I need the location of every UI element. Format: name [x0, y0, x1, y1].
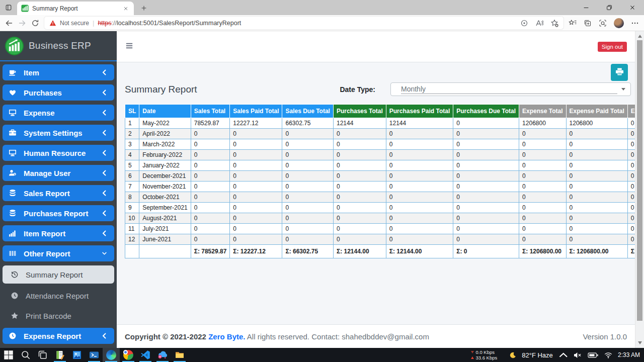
favorites-bar-icon[interactable]: [569, 19, 577, 27]
url-separator: |: [93, 19, 94, 27]
cell: 0: [230, 150, 282, 160]
refresh-button[interactable]: [31, 19, 39, 27]
window-restore-button[interactable]: [598, 0, 621, 15]
wifi-icon[interactable]: [604, 352, 612, 358]
tray-chevron-up-icon[interactable]: [558, 352, 569, 358]
cell: 0: [282, 171, 333, 182]
collections-icon[interactable]: [584, 19, 592, 27]
back-button[interactable]: [5, 19, 13, 27]
total-cell: Σ: 1206800.00: [566, 245, 627, 258]
file-explorer-icon[interactable]: [171, 348, 188, 362]
sidebar-item-other-report[interactable]: Other Report: [3, 245, 114, 261]
cell: 0: [519, 129, 566, 139]
cell: 0: [519, 192, 566, 203]
browser-menu-ellipsis-icon[interactable]: [631, 19, 639, 27]
browser-scrollbar[interactable]: [635, 31, 644, 348]
cell: March-2022: [139, 139, 191, 150]
total-cell: [125, 245, 139, 258]
sidebar-item-expense[interactable]: Expense: [3, 105, 114, 121]
sidebar-item-system-settings[interactable]: System Settings: [3, 125, 114, 141]
window-close-button[interactable]: [621, 0, 644, 15]
web-capture-icon[interactable]: [599, 19, 607, 27]
chrome-app-icon[interactable]: [120, 348, 137, 362]
database-icon: [9, 209, 20, 217]
cell: 0: [519, 234, 566, 245]
date-type-select[interactable]: Monthly: [390, 82, 631, 96]
url-scheme-separator: ://: [112, 20, 117, 27]
sidebar-item-item-report[interactable]: Item Report: [3, 225, 114, 241]
sidebar-item-manage-user[interactable]: Manage User: [3, 165, 114, 181]
sidebar-item-sales-report[interactable]: Sales Report: [3, 185, 114, 201]
mug-icon: [9, 68, 20, 76]
sidebar-item-summary-report[interactable]: Summary Report: [3, 265, 114, 284]
sidebar-item-item[interactable]: Item: [3, 64, 114, 80]
cell: 0: [566, 203, 627, 213]
scrollbar-down-arrow[interactable]: [635, 339, 644, 347]
total-cell: Σ: 0: [453, 245, 519, 258]
windows-taskbar: 0.0 Kbps 33.6 Kbps 82°F Haze 2:33 AM: [0, 348, 644, 362]
browser-tab[interactable]: Summary Report: [17, 2, 134, 15]
column-header-sales-total: Sales Total: [191, 105, 230, 118]
share-app-icon[interactable]: [154, 348, 171, 362]
photos-app-icon[interactable]: [68, 348, 86, 362]
sidebar-item-human-resource[interactable]: Human Resource: [3, 145, 114, 161]
cell: 0: [230, 192, 282, 203]
notepad-app-icon[interactable]: [51, 348, 68, 362]
edge-app-icon[interactable]: [103, 348, 120, 362]
cell: 0: [566, 139, 627, 150]
new-tab-button[interactable]: [137, 1, 151, 15]
search-button[interactable]: [17, 348, 34, 362]
scrollbar-up-arrow[interactable]: [635, 32, 644, 40]
window-minimize-button[interactable]: [575, 0, 598, 15]
read-aloud-icon[interactable]: [535, 19, 543, 27]
cell: 0: [453, 139, 519, 150]
network-speed-widget[interactable]: 0.0 Kbps 33.6 Kbps: [471, 349, 497, 360]
total-cell: Σ: 12227.12: [230, 245, 282, 258]
cell: 0: [333, 224, 386, 234]
table-row: 3March-2022000000000: [125, 139, 644, 150]
desktop-icon: [9, 149, 20, 157]
print-button[interactable]: [611, 64, 628, 81]
sidebar-item-purchases[interactable]: Purchases: [3, 84, 114, 101]
tab-close-icon[interactable]: [122, 5, 130, 13]
profile-avatar[interactable]: [614, 18, 624, 28]
page-title: Summary Report: [125, 84, 197, 95]
cell: 0: [282, 224, 333, 234]
weather-label[interactable]: 82°F Haze: [522, 351, 553, 359]
vscode-app-icon[interactable]: [137, 348, 154, 362]
address-bar[interactable]: Not secure | https://localhost:5001/Sale…: [44, 17, 564, 29]
cell: 0: [453, 213, 519, 224]
battery-icon[interactable]: [588, 352, 599, 358]
task-view-button[interactable]: [34, 348, 51, 362]
clock-label[interactable]: 2:33 AM: [618, 351, 640, 358]
sidebar-item-attendance-report[interactable]: Attendance Report: [3, 288, 114, 304]
cell: 0: [566, 171, 627, 182]
copyright-brand-link[interactable]: Zero Byte.: [208, 332, 245, 341]
add-favorite-star-icon[interactable]: [550, 19, 558, 27]
geolocation-icon[interactable]: [520, 19, 528, 27]
powershell-app-icon[interactable]: [86, 348, 103, 362]
forward-button[interactable]: [18, 19, 26, 27]
sign-out-button[interactable]: Sign out: [598, 42, 627, 52]
cell: 10: [125, 213, 139, 224]
sidebar-item-purchases-report[interactable]: Purchases Report: [3, 205, 114, 221]
chevron-left-icon: [102, 190, 108, 196]
workspaces-icon[interactable]: [0, 0, 17, 15]
summary-report-table: SLDateSales TotalSales Paid TotalSales D…: [125, 104, 644, 258]
chevron-left-icon: [102, 130, 108, 136]
cell: 0: [386, 150, 453, 160]
sidebar-item-expense-report[interactable]: Expense Report: [3, 328, 114, 344]
cell: 78529.87: [191, 118, 230, 129]
start-button[interactable]: [0, 348, 17, 362]
scrollbar-thumb[interactable]: [637, 40, 642, 321]
sidebar-item-print-barcode[interactable]: Print Barcode: [3, 308, 114, 324]
cell: 0: [282, 150, 333, 160]
volume-muted-icon[interactable]: [574, 352, 582, 358]
tab-favicon-chart-icon: [21, 5, 29, 12]
weather-moon-icon[interactable]: [510, 352, 516, 358]
desktop-icon: [9, 109, 20, 117]
hamburger-menu-icon[interactable]: [125, 41, 134, 52]
cell: 11: [125, 224, 139, 234]
main-area: Sign out Summary Report Date Type: Month…: [117, 31, 635, 348]
cell: 12: [125, 234, 139, 245]
